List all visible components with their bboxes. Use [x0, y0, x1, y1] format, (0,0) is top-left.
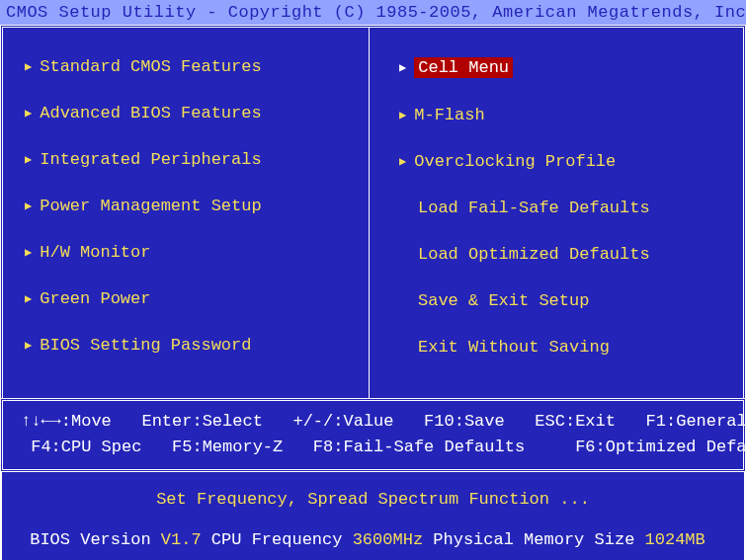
menu-exit-nosave[interactable]: Exit Without Saving [399, 338, 743, 357]
help-row-2: F4:CPU Spec F5:Memory-Z F8:Fail-Safe Def… [21, 435, 725, 460]
hint-footer: Set Frequency, Spread Spectrum Function … [0, 472, 746, 560]
menu-label: Overclocking Profile [414, 152, 616, 171]
hint-text: Set Frequency, Spread Spectrum Function … [20, 490, 726, 509]
bios-info-line: BIOS Version V1.7 CPU Frequency 3600MHz … [20, 530, 726, 549]
menu-label: H/W Monitor [40, 243, 150, 262]
menu-label: Load Optimized Defaults [418, 245, 650, 264]
menu-load-optimized[interactable]: Load Optimized Defaults [399, 245, 743, 264]
triangle-right-icon: ▶ [25, 293, 32, 305]
triangle-right-icon: ▶ [25, 61, 32, 73]
cpu-freq-value: 3600MHz [353, 530, 423, 549]
help-value: +/-/:Value [292, 409, 393, 435]
menu-label: Power Management Setup [40, 197, 261, 215]
mem-size-value: 1024MB [645, 530, 705, 549]
bios-version-label: BIOS Version [30, 530, 161, 549]
menu-bios-password[interactable]: ▶ BIOS Setting Password [25, 336, 369, 355]
mem-size-label: Physical Memory Size [423, 530, 644, 549]
header-bar: CMOS Setup Utility - Copyright (C) 1985-… [0, 0, 746, 25]
help-memz: F5:Memory-Z [172, 435, 283, 460]
menu-label: Standard CMOS Features [40, 57, 261, 76]
menu-column-left: ▶ Standard CMOS Features ▶ Advanced BIOS… [3, 28, 370, 398]
menu-save-exit[interactable]: Save & Exit Setup [399, 291, 743, 310]
triangle-right-icon: ▶ [399, 62, 406, 74]
header-title: CMOS Setup Utility - Copyright (C) 1985-… [6, 3, 746, 22]
help-select: Enter:Select [141, 409, 262, 435]
menu-cell-menu[interactable]: ▶ Cell Menu [399, 57, 743, 78]
menu-label: Integrated Peripherals [40, 150, 261, 169]
help-move: ↑↓←→:Move [21, 409, 112, 435]
menu-advanced-bios[interactable]: ▶ Advanced BIOS Features [25, 104, 369, 122]
menu-label: M-Flash [414, 106, 484, 124]
triangle-right-icon: ▶ [25, 340, 32, 352]
triangle-right-icon: ▶ [25, 247, 32, 259]
menu-integrated-peripherals[interactable]: ▶ Integrated Peripherals [25, 150, 369, 169]
triangle-right-icon: ▶ [399, 156, 406, 168]
help-bar: ↑↓←→:Move Enter:Select +/-/:Value F10:Sa… [0, 398, 746, 472]
bios-version-value: V1.7 [161, 530, 202, 549]
help-failsafe: F8:Fail-Safe Defaults [313, 435, 525, 460]
menu-standard-cmos[interactable]: ▶ Standard CMOS Features [25, 57, 369, 76]
help-save: F10:Save [424, 409, 505, 435]
triangle-right-icon: ▶ [25, 108, 32, 120]
menu-label: Cell Menu [414, 57, 513, 78]
help-exit: ESC:Exit [535, 409, 616, 435]
menu-label: Exit Without Saving [418, 338, 610, 357]
menu-label: Green Power [40, 289, 150, 308]
menu-column-right: ▶ Cell Menu ▶ M-Flash ▶ Overclocking Pro… [370, 28, 743, 398]
menu-overclocking-profile[interactable]: ▶ Overclocking Profile [399, 152, 743, 171]
help-cpuspec: F4:CPU Spec [31, 435, 141, 460]
menu-label: BIOS Setting Password [40, 336, 251, 355]
menu-label: Save & Exit Setup [418, 291, 589, 310]
menu-hw-monitor[interactable]: ▶ H/W Monitor [25, 243, 369, 262]
triangle-right-icon: ▶ [25, 200, 32, 212]
triangle-right-icon: ▶ [399, 110, 406, 121]
menu-label: Load Fail-Safe Defaults [418, 199, 650, 217]
triangle-right-icon: ▶ [25, 154, 32, 166]
menu-mflash[interactable]: ▶ M-Flash [399, 106, 743, 124]
menu-label: Advanced BIOS Features [40, 104, 261, 122]
main-menu-frame: ▶ Standard CMOS Features ▶ Advanced BIOS… [0, 25, 746, 398]
cpu-freq-label: CPU Frequency [202, 530, 353, 549]
menu-green-power[interactable]: ▶ Green Power [25, 289, 369, 308]
help-optimized: F6:Optimized Defaults [575, 435, 746, 460]
menu-power-management[interactable]: ▶ Power Management Setup [25, 197, 369, 215]
help-row-1: ↑↓←→:Move Enter:Select +/-/:Value F10:Sa… [21, 409, 725, 435]
help-general: F1:General Help [646, 409, 746, 435]
menu-load-failsafe[interactable]: Load Fail-Safe Defaults [399, 199, 743, 217]
